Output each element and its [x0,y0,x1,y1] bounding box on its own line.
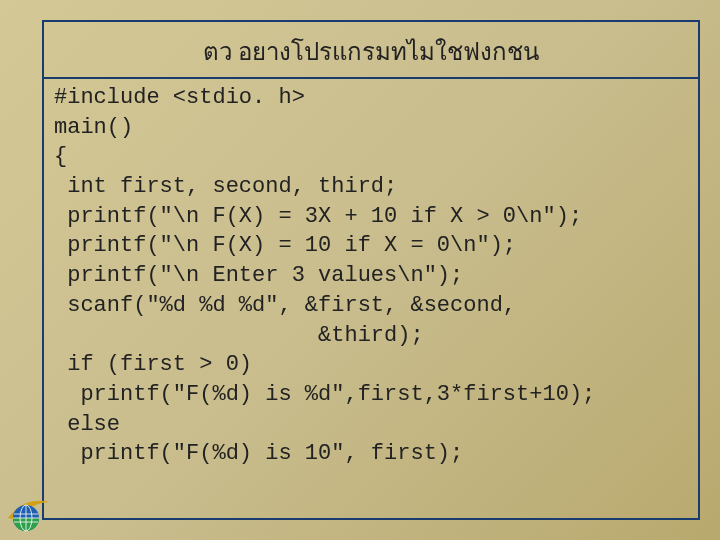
code-line: printf("\n F(X) = 3X + 10 if X > 0\n"); [54,204,582,229]
slide-frame: ตว อยางโปรแกรมทไมใชฟงกชน #include <stdio… [42,20,700,520]
code-line: else [54,412,120,437]
code-line: &third); [54,323,424,348]
code-line: printf("\n F(X) = 10 if X = 0\n"); [54,233,516,258]
code-line: printf("F(%d) is 10", first); [54,441,463,466]
slide-title: ตว อยางโปรแกรมทไมใชฟงกชน [44,22,698,77]
code-line: printf("\n Enter 3 values\n"); [54,263,463,288]
code-block: #include <stdio. h> main() { int first, … [44,79,698,477]
code-line: main() [54,115,133,140]
code-line: #include <stdio. h> [54,85,305,110]
code-line: int first, second, third; [54,174,397,199]
code-line: { [54,144,67,169]
globe-swoosh-logo-icon [6,488,52,534]
code-line: scanf("%d %d %d", &first, &second, [54,293,516,318]
code-line: if (first > 0) [54,352,252,377]
code-line: printf("F(%d) is %d",first,3*first+10); [54,382,595,407]
